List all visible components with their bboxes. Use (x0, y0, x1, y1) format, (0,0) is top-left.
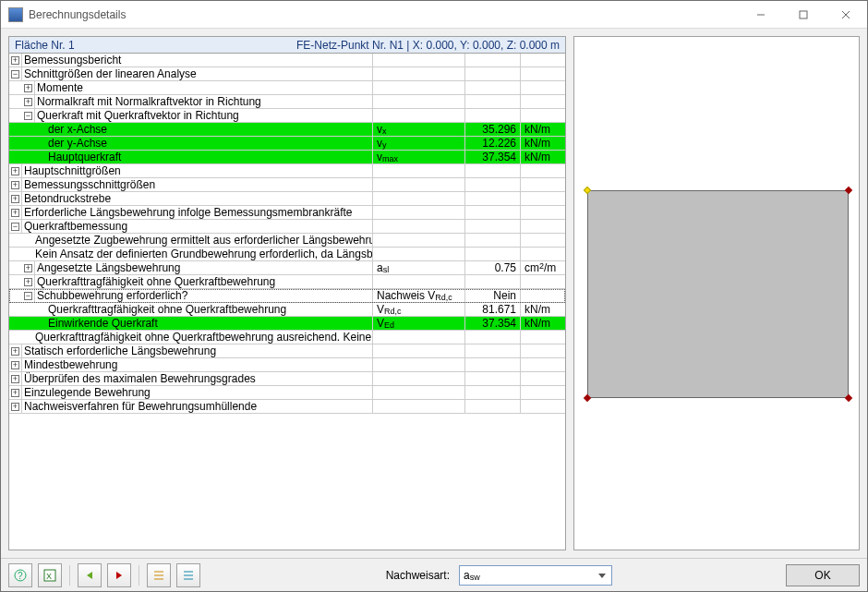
expand-toggle[interactable]: + (9, 372, 22, 385)
expand-toggle[interactable]: + (9, 54, 22, 66)
symbol-cell: asl (373, 261, 465, 274)
symbol-cell: VEd (373, 317, 465, 330)
tree-label: Einzulegende Bewehrung (22, 386, 373, 399)
tree-row-highlighted[interactable]: der x-Achse vx 35.296 kN/m (9, 123, 565, 137)
tree-label: Bemessungsschnittgrößen (22, 178, 373, 191)
model-view-pane[interactable] (573, 36, 860, 550)
value-cell (465, 54, 521, 66)
collapse-toggle[interactable]: − (9, 220, 22, 233)
tree-row[interactable]: + Mindestbewehrung (9, 358, 565, 372)
expand-toggle[interactable]: + (9, 192, 22, 205)
tree-label: Einwirkende Querkraft (35, 317, 373, 330)
surface-shape (587, 190, 849, 398)
tree-row[interactable]: + Angesetzte Längsbewehrung asl 0.75 cm2… (9, 261, 565, 275)
tree-label: Momente (35, 81, 373, 94)
tree-label: Schnittgrößen der linearen Analyse (22, 67, 373, 80)
list-view-button[interactable] (147, 563, 171, 587)
tree-label: Querkraft mit Querkraftvektor in Richtun… (35, 109, 373, 122)
tree-row[interactable]: − Querkraft mit Querkraftvektor in Richt… (9, 109, 565, 123)
header-right: FE-Netz-Punkt Nr. N1 | X: 0.000, Y: 0.00… (296, 39, 560, 52)
tree-row[interactable]: Querkrafttragfähigkeit ohne Querkraftbew… (9, 303, 565, 317)
collapse-toggle[interactable]: − (22, 109, 35, 122)
expand-toggle[interactable]: + (9, 400, 22, 413)
tree-row[interactable]: + Überprüfen des maximalen Bewehrungsgra… (9, 372, 565, 386)
svg-rect-1 (800, 11, 807, 18)
expand-toggle[interactable]: + (22, 95, 35, 108)
minimize-button[interactable] (740, 1, 782, 28)
value-cell: 81.671 (465, 303, 521, 316)
prev-button[interactable] (78, 563, 102, 587)
collapse-toggle[interactable]: − (22, 289, 35, 302)
expand-toggle[interactable]: + (22, 275, 35, 288)
unit-cell: kN/m (521, 317, 565, 330)
unit-cell: kN/m (521, 303, 565, 316)
tree-label: Querkrafttragfähigkeit ohne Querkraftbew… (35, 275, 373, 288)
tree-row[interactable]: Angesetzte Zugbewehrung ermittelt aus er… (9, 234, 565, 248)
tree-label: Nachweisverfahren für Bewehrungsumhüllen… (22, 400, 373, 413)
tree-row[interactable]: + Hauptschnittgrößen (9, 164, 565, 178)
tree-row[interactable]: − Schnittgrößen der linearen Analyse (9, 67, 565, 81)
maximize-button[interactable] (782, 1, 825, 28)
tree-row[interactable]: + Momente (9, 81, 565, 95)
value-cell: 37.354 (465, 151, 521, 163)
expand-toggle[interactable]: + (22, 81, 35, 94)
tree[interactable]: + Bemessungsbericht − Schnittgrößen der … (9, 54, 565, 550)
tree-row[interactable]: + Bemessungsbericht (9, 54, 565, 67)
tree-row-focused[interactable]: − Schubbewehrung erforderlich? Nachweis … (9, 289, 565, 303)
tree-label: Normalkraft mit Normalkraftvektor in Ric… (35, 95, 373, 108)
toolbar-separator (139, 565, 139, 586)
expand-toggle[interactable]: + (9, 344, 22, 357)
tree-row[interactable]: + Statisch erforderliche Längsbewehrung (9, 344, 565, 358)
close-button[interactable] (825, 1, 867, 28)
tree-label: der y-Achse (35, 137, 373, 150)
tree-label: Kein Ansatz der definierten Grundbewehru… (22, 248, 373, 260)
value-cell: Nein (465, 289, 521, 302)
collapse-all-button[interactable] (176, 563, 200, 587)
tree-label: Angesetzte Zugbewehrung ermittelt aus er… (22, 234, 373, 247)
expand-toggle[interactable]: + (22, 261, 35, 274)
tree-row[interactable]: + Betondruckstrebe (9, 192, 565, 206)
tree-label: Querkrafttragfähigkeit ohne Querkraftbew… (35, 303, 373, 316)
tree-row[interactable]: + Einzulegende Bewehrung (9, 386, 565, 400)
expand-toggle[interactable]: + (9, 164, 22, 177)
window-title: Berechnungsdetails (29, 8, 740, 21)
tree-label: der x-Achse (35, 123, 373, 136)
tree-row[interactable]: + Normalkraft mit Normalkraftvektor in R… (9, 95, 565, 109)
help-button[interactable]: ? (8, 563, 32, 587)
symbol-cell: vy (373, 137, 465, 150)
tree-row[interactable]: Querkrafttragfähigkeit ohne Querkraftbew… (9, 331, 565, 344)
expand-toggle[interactable]: + (9, 178, 22, 191)
results-tree-pane: Fläche Nr. 1 FE-Netz-Punkt Nr. N1 | X: 0… (8, 36, 566, 550)
titlebar: Berechnungsdetails (1, 1, 867, 29)
toolbar-separator (69, 565, 70, 586)
tree-label: Mindestbewehrung (22, 358, 373, 371)
symbol-cell: vx (373, 123, 465, 136)
tree-row[interactable]: Kein Ansatz der definierten Grundbewehru… (9, 248, 565, 261)
tree-row[interactable]: + Querkrafttragfähigkeit ohne Querkraftb… (9, 275, 565, 289)
nachweisart-select[interactable]: asw (459, 565, 612, 586)
tree-label: Betondruckstrebe (22, 192, 373, 205)
ok-button[interactable]: OK (786, 564, 860, 586)
tree-row[interactable]: + Erforderliche Längsbewehrung infolge B… (9, 206, 565, 220)
unit-cell: kN/m (521, 123, 565, 136)
tree-row-highlighted[interactable]: Einwirkende Querkraft VEd 37.354 kN/m (9, 317, 565, 331)
app-icon (8, 7, 23, 22)
tree-row[interactable]: + Bemessungsschnittgrößen (9, 178, 565, 192)
tree-row[interactable]: − Querkraftbemessung (9, 220, 565, 234)
next-button[interactable] (107, 563, 131, 587)
expand-toggle[interactable]: + (9, 386, 22, 399)
tree-row[interactable]: + Nachweisverfahren für Bewehrungsumhüll… (9, 400, 565, 414)
svg-text:X: X (46, 572, 52, 581)
tree-row-highlighted[interactable]: Hauptquerkraft vmax 37.354 kN/m (9, 151, 565, 164)
collapse-toggle[interactable]: − (9, 67, 22, 80)
symbol-cell (373, 54, 465, 66)
expand-toggle[interactable]: + (9, 206, 22, 219)
unit-cell: cm2/m (521, 261, 565, 274)
expand-toggle[interactable]: + (9, 358, 22, 371)
excel-export-button[interactable]: X (38, 563, 62, 587)
tree-row-highlighted[interactable]: der y-Achse vy 12.226 kN/m (9, 137, 565, 151)
tree-label: Bemessungsbericht (22, 54, 373, 66)
node-marker (845, 394, 852, 402)
value-cell: 12.226 (465, 137, 521, 150)
select-value: a (464, 569, 470, 582)
